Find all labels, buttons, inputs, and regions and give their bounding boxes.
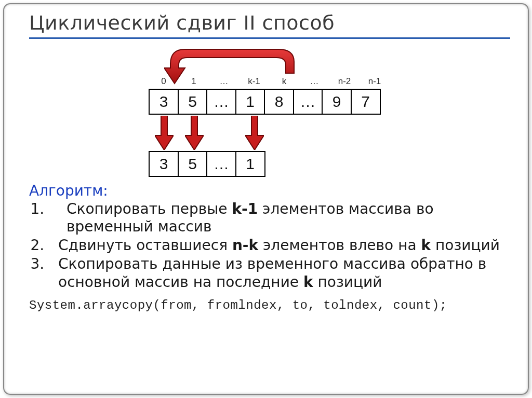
- array-cell: 3: [149, 151, 179, 177]
- step-text: позиций: [431, 237, 500, 254]
- array-cell: …: [206, 151, 236, 177]
- diagram: 0 1 … k-1 k … n-2 n-1 3 5 … 1 8 … 9 7: [149, 44, 481, 179]
- algorithm-steps: Скопировать первые k-1 элементов массива…: [49, 200, 510, 291]
- array-cell: 1: [235, 151, 265, 177]
- code-line: System.arraycopy(from, fromlndex, to, to…: [29, 298, 510, 312]
- step-text: Сдвинуть оставшиеся: [58, 237, 232, 254]
- step-text: элементов влево на: [258, 237, 421, 254]
- step-item: Сдвинуть оставшиеся n-k элементов влево …: [49, 237, 510, 254]
- array-cell: 5: [178, 151, 208, 177]
- array-cell: 3: [149, 89, 179, 115]
- index-cell: k-1: [239, 76, 269, 88]
- array-cell: 1: [235, 89, 265, 115]
- index-cell: …: [299, 76, 329, 88]
- index-cell: k: [269, 76, 299, 88]
- title-underline: [29, 37, 510, 39]
- slide-frame: Циклический сдвиг II способ 0 1 … k-1 k …: [3, 3, 529, 395]
- slide-title: Циклический сдвиг II способ: [29, 11, 510, 36]
- index-cell: 0: [149, 76, 179, 88]
- step-text: Скопировать данные из временного массива…: [58, 255, 486, 290]
- main-array: 3 5 … 1 8 … 9 7: [149, 89, 381, 115]
- step-bold: n-k: [232, 237, 258, 254]
- index-cell: …: [209, 76, 239, 88]
- down-arrow-icon: [245, 116, 264, 150]
- down-arrow-icon: [155, 116, 174, 150]
- temp-array: 3 5 … 1: [149, 151, 265, 177]
- step-bold: k-1: [232, 200, 258, 217]
- algorithm-label: Алгоритм:: [29, 182, 510, 199]
- step-bold: k: [421, 237, 431, 254]
- index-cell: 1: [179, 76, 209, 88]
- array-cell: 8: [264, 89, 294, 115]
- array-cell: 7: [351, 89, 381, 115]
- index-cell: n-1: [360, 76, 390, 88]
- down-arrow-icon: [185, 116, 204, 150]
- index-row: 0 1 … k-1 k … n-2 n-1: [149, 76, 390, 88]
- array-cell: …: [293, 89, 323, 115]
- array-cell: 5: [178, 89, 208, 115]
- step-text: позиций: [313, 273, 382, 291]
- array-cell: …: [206, 89, 236, 115]
- array-cell: 9: [322, 89, 352, 115]
- index-cell: n-2: [329, 76, 360, 88]
- step-bold: k: [303, 273, 313, 291]
- step-text: Скопировать первые: [66, 200, 232, 217]
- step-item: Скопировать первые k-1 элементов массива…: [49, 200, 510, 236]
- step-item: Скопировать данные из временного массива…: [49, 255, 510, 291]
